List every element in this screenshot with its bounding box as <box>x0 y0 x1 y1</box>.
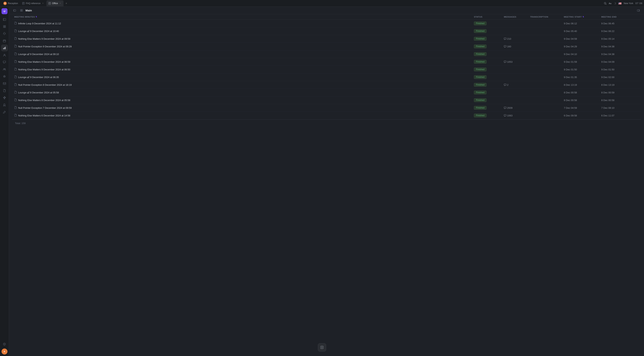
sidebar-item-grid[interactable] <box>1 23 8 30</box>
row-name: Null Pointer Exception 9 December 2024 a… <box>18 45 72 48</box>
tab-reception-label: Reception <box>8 2 18 5</box>
sidebar-item-badge[interactable] <box>1 101 8 108</box>
tab-reception[interactable]: R Reception <box>2 0 20 6</box>
svg-rect-11 <box>3 18 6 20</box>
cell-status: Finished <box>474 67 504 71</box>
cell-meeting-end: 6 Dec 11:07 <box>601 114 639 117</box>
cell-name: Null Pointer Exception 9 December 2024 a… <box>14 45 474 48</box>
row-doc-icon <box>14 75 17 79</box>
status-badge: Finished <box>474 83 486 87</box>
row-doc-icon <box>14 68 17 71</box>
table-row[interactable]: Nothing Else Matters 9 December 2024 at … <box>12 66 641 73</box>
tab-faq[interactable]: FAQ reference × <box>20 0 46 6</box>
col-status[interactable]: STATUS <box>474 16 504 18</box>
svg-point-28 <box>4 104 5 105</box>
sidebar-item-group[interactable] <box>1 66 8 73</box>
table-row[interactable]: Null Pointer Exception 8 December 2024 a… <box>12 81 641 89</box>
col-meeting-minutes[interactable]: MEETING MINUTES ⇅ <box>14 16 474 18</box>
tab-office-close[interactable]: × <box>59 2 62 5</box>
sidebar-item-edit[interactable] <box>1 109 8 115</box>
sidebar-item-person[interactable] <box>1 52 8 58</box>
table-row[interactable]: Null Pointer Exception 7 December 2024 a… <box>12 104 641 112</box>
row-name: Nothing Else Matters 8 December 2024 at … <box>18 99 70 102</box>
table-row[interactable]: Lounge 🛋 9 December 2024 at 06:35 Finish… <box>12 73 641 81</box>
search-icon-btn[interactable] <box>604 2 606 5</box>
sidebar-item-collapse[interactable] <box>1 16 8 23</box>
table-row[interactable]: Nothing Else Matters 9 December 2024 at … <box>12 58 641 66</box>
reception-avatar: R <box>3 2 7 5</box>
cell-status: Finished <box>474 44 504 48</box>
col-meeting-end[interactable]: MEETING END <box>601 16 639 18</box>
add-tab-button[interactable]: + <box>64 1 69 6</box>
row-name: Lounge 🛋 9 December 2024 at 10:40 <box>18 30 59 32</box>
cell-name: Nothing Else Matters 9 December 2024 at … <box>14 37 474 40</box>
table-row[interactable]: Infinite Loop 9 December 2024 at 11:12 F… <box>12 20 641 27</box>
table-row[interactable]: Nothing Else Matters 9 December 2024 at … <box>12 35 641 43</box>
sidebar-item-puzzle[interactable] <box>1 94 8 101</box>
cell-name: Nothing Else Matters 8 December 2024 at … <box>14 98 474 102</box>
status-badge: Finished <box>474 29 486 33</box>
table-row[interactable]: Nothing Else Matters 8 December 2024 at … <box>12 96 641 104</box>
cell-meeting-end: 8 Dec 13:19 <box>601 83 639 86</box>
cell-meeting-start: 9 Dec 04:29 <box>564 45 601 48</box>
sidebar-item-chat[interactable] <box>1 59 8 65</box>
office-doc-icon <box>48 2 51 5</box>
message-count: 210 <box>507 37 511 40</box>
tab-bar: R Reception FAQ reference × Office × + A… <box>0 0 644 7</box>
user-avatar-bottom[interactable]: A <box>2 349 8 355</box>
sidebar-item-star[interactable] <box>1 73 8 80</box>
toolbar-right-panel-btn[interactable] <box>636 8 641 13</box>
svg-point-24 <box>4 54 5 55</box>
sidebar-item-chart[interactable] <box>1 44 8 51</box>
row-name: Lounge 🛋 8 December 2024 at 05:58 <box>18 91 59 94</box>
table-row[interactable]: Lounge 🛋 9 December 2024 at 10:40 Finish… <box>12 27 641 35</box>
font-size-btn[interactable]: Aa <box>609 2 612 4</box>
cell-status: Finished <box>474 91 504 94</box>
message-count: 2 <box>507 83 508 86</box>
cell-meeting-start: 7 Dec 04:59 <box>564 106 601 109</box>
row-name: Infinite Loop 9 December 2024 at 11:12 <box>18 22 61 25</box>
cell-status: Finished <box>474 52 504 56</box>
sidebar-item-help[interactable] <box>1 341 8 348</box>
cell-messages: 2 <box>504 83 530 86</box>
share-button[interactable] <box>318 343 326 352</box>
sidebar-item-email[interactable] <box>1 80 8 87</box>
table-row[interactable]: Null Pointer Exception 9 December 2024 a… <box>12 43 641 50</box>
svg-rect-31 <box>14 9 16 11</box>
message-icon <box>504 107 506 109</box>
theme-toggle-btn[interactable]: ☽ <box>614 2 616 5</box>
row-doc-icon <box>14 83 17 86</box>
toolbar-collapse-btn[interactable] <box>12 8 17 13</box>
table-row[interactable]: Lounge 🛋 8 December 2024 at 05:58 Finish… <box>12 89 641 96</box>
sidebar-item-calendar[interactable] <box>1 37 8 44</box>
tab-office[interactable]: Office × <box>46 0 64 6</box>
cell-messages: 2939 <box>504 106 530 109</box>
svg-point-26 <box>4 68 6 69</box>
total-row: Total: 159 <box>12 119 641 127</box>
sidebar-logo[interactable] <box>2 8 8 14</box>
tab-faq-close[interactable]: × <box>42 2 44 5</box>
toolbar: Main <box>9 7 644 14</box>
col-transcription[interactable]: TRANSCRIPTION <box>530 16 564 18</box>
sort-icon-minutes: ⇅ <box>36 16 37 18</box>
message-count: 2939 <box>507 106 512 109</box>
cell-meeting-start: 9 Dec 04:10 <box>564 53 601 56</box>
cell-meeting-end: 9 Dec 06:45 <box>601 22 639 25</box>
sidebar-item-file[interactable] <box>1 87 8 94</box>
table-row[interactable]: Lounge 🛋 9 December 2024 at 09:10 Finish… <box>12 50 641 58</box>
status-badge: Finished <box>474 75 486 79</box>
table-row[interactable]: Nothing Else Matters 6 December 2024 at … <box>12 112 641 119</box>
col-messages[interactable]: MESSAGES <box>504 16 530 18</box>
cell-name: Infinite Loop 9 December 2024 at 11:12 <box>14 22 474 25</box>
toolbar-grid-btn[interactable] <box>19 8 24 13</box>
svg-rect-21 <box>3 48 4 49</box>
cell-messages: 160 <box>504 45 530 48</box>
page-title: Main <box>26 9 32 12</box>
table-header: MEETING MINUTES ⇅ STATUS MESSAGES TRANSC… <box>12 14 641 20</box>
sidebar-item-bell[interactable] <box>1 30 8 37</box>
cell-status: Finished <box>474 83 504 87</box>
message-icon <box>504 61 506 63</box>
message-icon <box>504 45 506 47</box>
message-icon <box>504 84 506 86</box>
col-meeting-start[interactable]: MEETING START ⇅ <box>564 16 601 18</box>
